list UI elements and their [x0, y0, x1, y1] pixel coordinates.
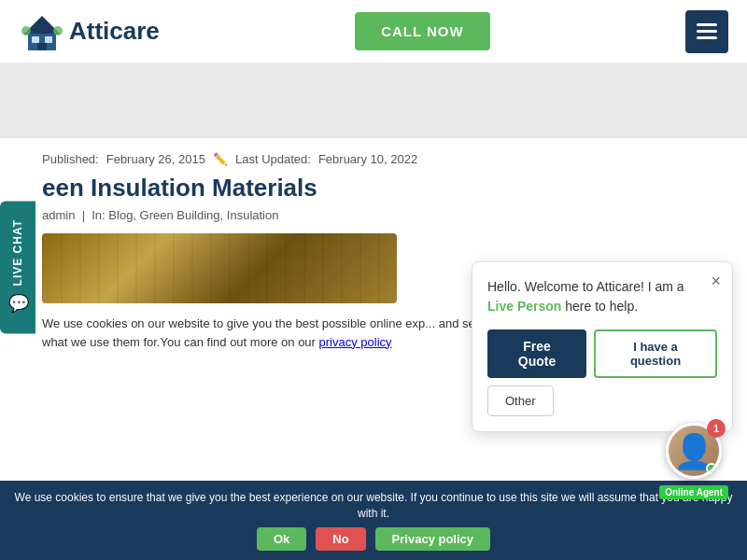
live-chat-sidebar[interactable]: 💬 LIVE CHAT: [0, 201, 35, 333]
in-label: In:: [92, 208, 105, 222]
live-person-text: Live Person: [487, 299, 561, 314]
cookie-bar-message: We use cookies to ensure that we give yo…: [14, 490, 733, 522]
greeting-start: Hello. Welcome to Atticare! I am a: [487, 279, 684, 294]
other-button[interactable]: Other: [487, 385, 554, 416]
cookie-bar: We use cookies to ensure that we give yo…: [0, 481, 747, 560]
hamburger-line-2: [697, 30, 717, 33]
cookie-bar-buttons: Ok No Privacy policy: [14, 527, 733, 551]
hamburger-menu-button[interactable]: [685, 10, 728, 53]
free-quote-button[interactable]: Free Quote: [487, 329, 586, 378]
cookie-ok-button[interactable]: Ok: [257, 527, 306, 551]
cookie-no-button[interactable]: No: [316, 527, 365, 551]
agent-online-dot: [706, 463, 717, 474]
edit-icon: ✏️: [213, 152, 228, 166]
chat-icon: 💬: [7, 293, 28, 315]
agent-status-label: Online Agent: [659, 485, 728, 499]
cookie-policy-button[interactable]: Privacy policy: [375, 527, 490, 551]
chat-greeting: Hello. Welcome to Atticare! I am a Live …: [487, 277, 717, 316]
updated-date: February 10, 2022: [318, 152, 417, 166]
tag-list: Blog, Green Building, Insulation: [108, 208, 278, 222]
call-now-button[interactable]: CALL NOW: [355, 12, 490, 50]
updated-label: Last Updated:: [235, 152, 311, 166]
article-image: [42, 233, 397, 303]
svg-point-6: [53, 26, 63, 35]
logo-text: Atticare: [69, 17, 160, 46]
logo-icon: [19, 8, 65, 55]
privacy-policy-link[interactable]: privacy policy: [319, 335, 392, 349]
chat-buttons: Free Quote I have a question Other: [487, 329, 717, 416]
published-label: Published:: [42, 152, 99, 166]
svg-point-5: [21, 26, 31, 35]
agent-badge: 1: [707, 419, 726, 438]
author-name: admin: [42, 208, 75, 222]
svg-rect-4: [37, 43, 47, 50]
hamburger-line-3: [697, 36, 717, 39]
published-date: February 26, 2015: [106, 152, 205, 166]
greeting-end: here to help.: [561, 299, 638, 314]
svg-rect-3: [45, 36, 52, 43]
logo-area: Atticare: [19, 8, 160, 55]
banner-area: [0, 63, 747, 138]
svg-rect-2: [32, 36, 39, 43]
live-chat-label: LIVE CHAT: [11, 219, 24, 286]
hamburger-line-1: [697, 23, 717, 26]
chat-primary-buttons: Free Quote I have a question: [487, 329, 717, 378]
article-meta: Published: February 26, 2015 ✏️ Last Upd…: [42, 152, 724, 166]
chat-popup: × Hello. Welcome to Atticare! I am a Liv…: [472, 261, 733, 432]
article-title: een Insulation Materials: [42, 174, 724, 203]
online-agent[interactable]: 1 Online Agent: [659, 423, 728, 499]
chat-close-button[interactable]: ×: [711, 272, 721, 291]
site-header: Atticare CALL NOW: [0, 0, 747, 63]
article-tags: admin | In: Blog, Green Building, Insula…: [42, 208, 724, 222]
have-question-button[interactable]: I have a question: [594, 329, 717, 378]
